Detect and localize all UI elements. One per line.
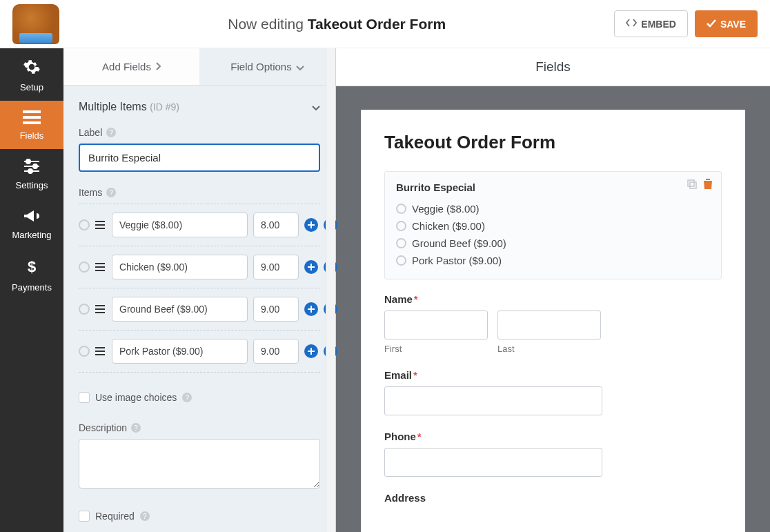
- tab-field-options[interactable]: Field Options: [199, 48, 335, 85]
- preview-canvas: Takeout Order Form Burrito Especial Vegg…: [336, 86, 770, 532]
- bullhorn-icon: [3, 208, 61, 226]
- option-row[interactable]: Chicken ($9.00): [396, 217, 710, 235]
- phone-field[interactable]: Phone*: [384, 431, 722, 477]
- item-row: [79, 288, 320, 331]
- form-name: Takeout Order Form: [308, 16, 446, 32]
- option-row[interactable]: Veggie ($8.00): [396, 200, 710, 217]
- form-title: Takeout Order Form: [384, 132, 722, 153]
- name-field[interactable]: Name* First Last: [384, 293, 722, 354]
- svg-rect-0: [23, 110, 41, 113]
- last-sublabel: Last: [497, 344, 601, 354]
- field-header[interactable]: Multiple Items (ID #9): [63, 86, 335, 121]
- selected-field-block[interactable]: Burrito Especial Veggie ($8.00) Chicken …: [384, 171, 722, 279]
- email-input[interactable]: [384, 386, 602, 415]
- item-price-input[interactable]: [253, 339, 299, 364]
- item-price-input[interactable]: [253, 255, 299, 279]
- default-radio[interactable]: [79, 262, 90, 273]
- top-actions: EMBED SAVE: [614, 10, 758, 37]
- required-asterisk: *: [414, 293, 418, 305]
- drag-handle-icon[interactable]: [95, 347, 106, 355]
- item-name-input[interactable]: [112, 297, 248, 322]
- chevron-down-icon: [296, 61, 304, 72]
- required-asterisk: *: [413, 369, 417, 381]
- default-radio[interactable]: [79, 304, 90, 315]
- help-icon[interactable]: ?: [106, 128, 116, 137]
- description-input[interactable]: [79, 439, 320, 489]
- item-price-input[interactable]: [253, 213, 299, 237]
- item-name-input[interactable]: [112, 213, 248, 237]
- label-input[interactable]: [79, 144, 320, 172]
- chevron-down-icon: [312, 101, 320, 113]
- svg-rect-11: [95, 224, 105, 226]
- phone-input[interactable]: [384, 448, 602, 477]
- save-button[interactable]: SAVE: [695, 10, 758, 37]
- last-name-input[interactable]: [497, 311, 601, 339]
- help-icon[interactable]: ?: [140, 511, 150, 521]
- tab-label: Field Options: [230, 61, 291, 72]
- image-choices-row[interactable]: Use image choices ?: [79, 388, 320, 407]
- description-heading: Description ?: [79, 422, 320, 433]
- field-id: (ID #9): [150, 101, 179, 112]
- option-row[interactable]: Ground Beef ($9.00): [396, 235, 710, 252]
- svg-point-8: [28, 169, 32, 173]
- drag-handle-icon[interactable]: [95, 305, 106, 313]
- first-name-input[interactable]: [384, 311, 488, 339]
- phone-label: Phone*: [384, 431, 722, 442]
- sidenav-marketing[interactable]: Marketing: [0, 199, 63, 248]
- radio-icon: [396, 221, 406, 231]
- svg-rect-20: [95, 351, 105, 352]
- sidenav-setup[interactable]: Setup: [0, 48, 63, 101]
- help-icon[interactable]: ?: [131, 423, 141, 433]
- gear-icon: [3, 58, 61, 78]
- required-row[interactable]: Required ?: [79, 506, 320, 526]
- preview-header: Fields: [336, 48, 770, 86]
- svg-rect-16: [95, 305, 105, 306]
- radio-icon: [396, 255, 406, 266]
- items-wrap: [79, 204, 320, 373]
- default-radio[interactable]: [79, 219, 90, 230]
- preview: Fields Takeout Order Form Burrito Especi…: [336, 48, 770, 532]
- svg-text:$: $: [28, 258, 36, 275]
- item-name-input[interactable]: [112, 339, 248, 364]
- item-row: [79, 204, 320, 246]
- sidenav-label: Marketing: [12, 230, 51, 240]
- add-item-button[interactable]: [304, 260, 318, 274]
- duplicate-icon[interactable]: [687, 179, 698, 193]
- sidenav-payments[interactable]: $ Payments: [0, 248, 63, 301]
- tab-label: Add Fields: [102, 61, 151, 72]
- svg-point-6: [33, 164, 37, 168]
- trash-icon[interactable]: [703, 179, 713, 193]
- svg-rect-14: [95, 266, 105, 268]
- option-row[interactable]: Pork Pastor ($9.00): [396, 252, 710, 269]
- check-icon: [707, 19, 716, 30]
- name-inputs: First Last: [384, 311, 722, 354]
- item-name-input[interactable]: [112, 255, 248, 279]
- embed-button[interactable]: EMBED: [614, 10, 688, 37]
- item-price-input[interactable]: [253, 297, 299, 322]
- add-item-button[interactable]: [304, 218, 318, 232]
- required-section: Required ?: [63, 501, 335, 532]
- editing-prefix: Now editing: [228, 16, 308, 32]
- list-icon: [3, 110, 61, 126]
- scrollbar[interactable]: [326, 48, 335, 532]
- svg-rect-1: [23, 116, 41, 119]
- tab-add-fields[interactable]: Add Fields: [63, 48, 199, 85]
- svg-rect-23: [690, 182, 696, 188]
- panel: Add Fields Field Options Multiple Items …: [63, 48, 336, 532]
- help-icon[interactable]: ?: [106, 188, 116, 197]
- drag-handle-icon[interactable]: [95, 221, 106, 229]
- item-row: [79, 331, 320, 373]
- add-item-button[interactable]: [304, 344, 318, 358]
- default-radio[interactable]: [79, 346, 90, 357]
- sidenav-settings[interactable]: Settings: [0, 149, 63, 199]
- drag-handle-icon[interactable]: [95, 263, 106, 271]
- checkbox[interactable]: [79, 511, 90, 522]
- panel-tabs: Add Fields Field Options: [63, 48, 335, 86]
- address-field[interactable]: Address: [384, 492, 722, 504]
- checkbox[interactable]: [79, 392, 90, 403]
- field-actions: [687, 179, 713, 193]
- sidenav-fields[interactable]: Fields: [0, 101, 63, 149]
- add-item-button[interactable]: [304, 302, 318, 316]
- help-icon[interactable]: ?: [182, 393, 192, 402]
- email-field[interactable]: Email*: [384, 369, 722, 415]
